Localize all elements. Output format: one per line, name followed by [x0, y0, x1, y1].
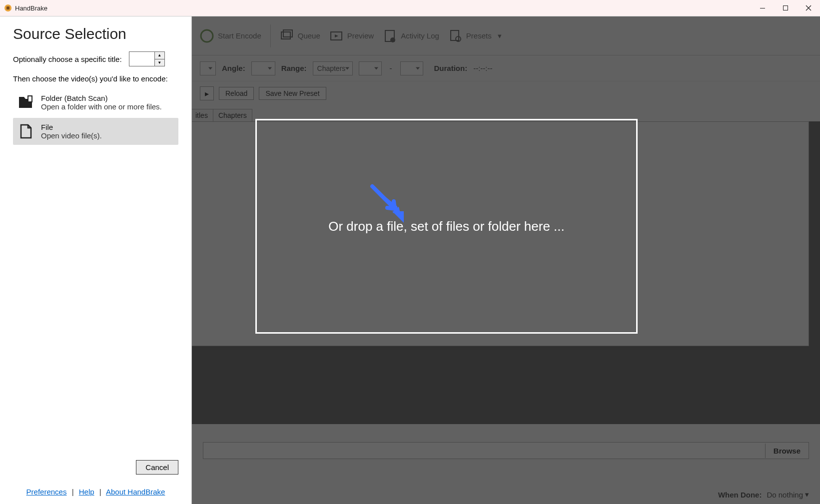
svg-rect-11	[28, 96, 32, 102]
title-select-label: Optionally choose a specific title:	[13, 55, 122, 63]
panel-footer-links: Preferences | Help | About HandBrake	[13, 488, 178, 499]
app-title: HandBrake	[15, 4, 47, 12]
app-icon	[4, 4, 12, 12]
title-number-spinner[interactable]: ▲ ▼	[129, 51, 165, 66]
help-link[interactable]: Help	[79, 488, 94, 496]
panel-instruction: Then choose the video(s) you'd like to e…	[13, 74, 178, 83]
source-selection-panel: Source Selection Optionally choose a spe…	[0, 16, 192, 504]
minimize-button[interactable]	[751, 0, 774, 16]
file-option-desc: Open video file(s).	[41, 131, 102, 140]
title-number-input[interactable]	[129, 52, 154, 66]
panel-heading: Source Selection	[13, 25, 178, 42]
source-option-file[interactable]: File Open video file(s).	[13, 118, 178, 145]
link-separator: |	[96, 488, 104, 496]
drop-zone-text: Or drop a file, set of files or folder h…	[328, 219, 565, 234]
svg-rect-2	[784, 6, 788, 10]
preferences-link[interactable]: Preferences	[26, 488, 67, 496]
svg-rect-1	[760, 8, 765, 8]
drop-zone[interactable]: Or drop a file, set of files or folder h…	[255, 119, 638, 334]
about-link[interactable]: About HandBrake	[106, 488, 165, 496]
maximize-button[interactable]	[774, 0, 797, 16]
folder-option-desc: Open a folder with one or more files.	[41, 102, 162, 111]
titlebar: HandBrake	[0, 0, 820, 16]
cancel-button[interactable]: Cancel	[136, 460, 178, 475]
close-button[interactable]	[797, 0, 820, 16]
spinner-down[interactable]: ▼	[155, 59, 164, 66]
folder-option-title: Folder (Batch Scan)	[41, 94, 162, 102]
link-separator: |	[69, 488, 77, 496]
file-option-title: File	[41, 123, 102, 131]
spinner-up[interactable]: ▲	[155, 52, 164, 59]
folder-icon	[17, 94, 34, 111]
file-icon	[17, 123, 34, 140]
source-option-folder[interactable]: Folder (Batch Scan) Open a folder with o…	[13, 89, 178, 116]
